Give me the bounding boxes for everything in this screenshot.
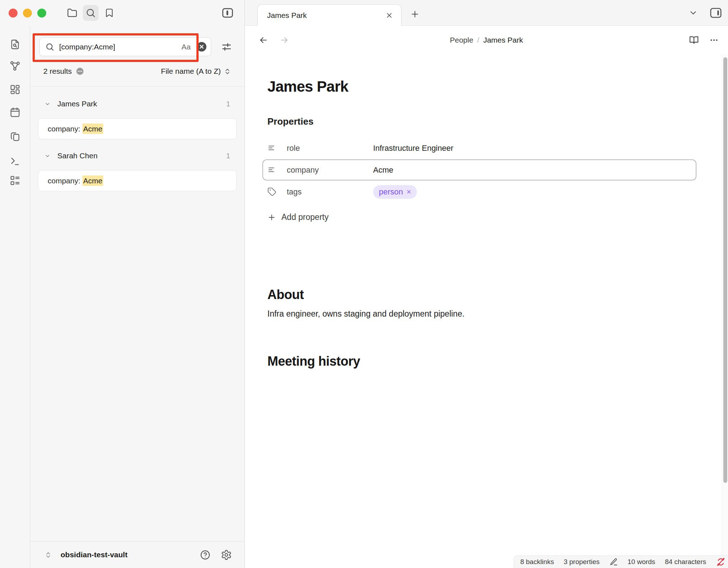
search-icon [45, 42, 54, 52]
ribbon-graph-view-button[interactable] [7, 59, 23, 73]
text-property-icon [267, 144, 276, 153]
ribbon-list-details-button[interactable] [7, 174, 23, 187]
breadcrumb-separator: / [477, 36, 479, 44]
toggle-left-sidebar-button[interactable] [220, 5, 235, 21]
result-file-name: James Park [57, 100, 97, 108]
ribbon-canvas-button[interactable] [7, 83, 23, 96]
status-backlinks[interactable]: 8 backlinks [520, 558, 554, 566]
add-property-button[interactable]: Add property [267, 212, 696, 222]
calendar-icon [9, 107, 21, 118]
breadcrumb: People / James Park [450, 26, 523, 54]
left-sidebar: [company:Acme] Aa 2 results [0, 0, 245, 568]
sort-order-dropdown[interactable]: File name (A to Z) [161, 67, 231, 76]
help-button[interactable] [198, 547, 213, 562]
plus-icon [410, 9, 420, 19]
layout-dashboard-icon [9, 84, 21, 95]
settings-button[interactable] [219, 547, 234, 562]
match-text: company: Acme [48, 177, 103, 185]
property-row-role[interactable]: role Infrastructure Engineer [267, 137, 696, 159]
section-heading-about[interactable]: About [267, 287, 696, 303]
tab-title: James Park [267, 11, 384, 20]
new-tab-button[interactable] [409, 8, 421, 20]
chevrons-up-down-icon [221, 68, 231, 75]
property-key[interactable]: company [287, 165, 319, 175]
search-settings-button[interactable] [220, 40, 233, 54]
breadcrumb-current[interactable]: James Park [483, 36, 523, 44]
property-row-company[interactable]: company Acme [262, 159, 696, 180]
property-key[interactable]: tags [287, 187, 302, 197]
add-property-label: Add property [281, 212, 329, 222]
search-match-item[interactable]: company: Acme [38, 118, 237, 139]
breadcrumb-parent[interactable]: People [450, 36, 473, 44]
more-options-button[interactable] [709, 35, 719, 45]
property-value[interactable]: Acme [373, 165, 393, 175]
file-search-icon [9, 39, 21, 50]
remove-tag-button[interactable]: × [406, 187, 411, 197]
ribbon-calendar-button[interactable] [7, 106, 23, 119]
ribbon-file-search-button[interactable] [7, 38, 23, 51]
note-title[interactable]: James Park [267, 78, 696, 95]
window-titlebar [0, 0, 244, 26]
reading-mode-button[interactable] [689, 35, 699, 45]
collapse-chevron-icon[interactable] [44, 153, 51, 159]
tag-pill-person[interactable]: person × [373, 185, 417, 199]
edit-mode-pencil-icon [609, 558, 618, 566]
close-window-button[interactable] [9, 9, 18, 18]
status-bar: 8 backlinks 3 properties 10 words 84 cha… [514, 555, 728, 568]
vault-switcher[interactable]: obsidian-test-vault [30, 541, 244, 568]
editor-scrollbar[interactable] [722, 54, 728, 568]
chevrons-up-down-icon [44, 551, 52, 559]
bookmark-icon [104, 8, 114, 18]
search-info-badge[interactable] [76, 67, 84, 76]
property-key[interactable]: role [287, 144, 300, 153]
result-group-james-park[interactable]: James Park 1 [30, 96, 244, 112]
result-match-count: 1 [226, 100, 230, 108]
clear-search-button[interactable] [196, 42, 207, 52]
about-paragraph[interactable]: Infra engineer, owns staging and deploym… [267, 308, 696, 319]
section-heading-meeting-history[interactable]: Meeting history [267, 353, 696, 369]
ribbon-terminal-button[interactable] [7, 155, 23, 168]
properties-heading: Properties [267, 116, 696, 127]
result-file-name: Sarah Chen [57, 151, 97, 160]
tag-label: person [379, 187, 403, 197]
close-tab-button[interactable] [384, 10, 395, 21]
sliders-icon [221, 41, 232, 53]
ribbon-templates-button[interactable] [7, 130, 23, 144]
search-query-text: [company:Acme] [59, 43, 181, 51]
terminal-icon [9, 156, 21, 167]
note-content: James Park Properties role Infrastructur… [267, 54, 696, 369]
match-text: company: Acme [48, 125, 103, 133]
results-count: 2 results [43, 67, 72, 76]
sync-disabled-icon[interactable] [716, 557, 726, 567]
property-value[interactable]: Infrastructure Engineer [373, 144, 453, 153]
ribbon [0, 26, 30, 568]
minimize-window-button[interactable] [23, 9, 32, 18]
properties-list: role Infrastructure Engineer company Acm… [267, 137, 696, 203]
status-properties[interactable]: 3 properties [563, 558, 599, 566]
obsidian-window: [company:Acme] Aa 2 results [0, 0, 728, 568]
editor-pane: James Park [245, 0, 728, 568]
tab-list-dropdown-button[interactable] [689, 8, 698, 18]
match-highlight: Acme [82, 124, 103, 134]
toggle-right-sidebar-button[interactable] [709, 6, 723, 20]
plus-icon [267, 213, 276, 222]
tab-bar: James Park [245, 0, 728, 26]
window-controls [9, 9, 46, 18]
search-view-button[interactable] [83, 5, 99, 21]
search-panel: [company:Acme] Aa 2 results [30, 26, 244, 568]
result-group-sarah-chen[interactable]: Sarah Chen 1 [30, 148, 244, 164]
zoom-window-button[interactable] [37, 9, 46, 18]
graph-icon [9, 60, 21, 72]
status-character-count: 84 characters [665, 558, 706, 566]
navigate-back-button[interactable] [258, 35, 268, 45]
match-case-toggle[interactable]: Aa [181, 43, 191, 51]
bookmarks-view-button[interactable] [101, 5, 117, 21]
property-row-tags[interactable]: tags person × [267, 180, 696, 203]
navigate-forward-button[interactable] [279, 35, 289, 45]
search-match-item[interactable]: company: Acme [38, 170, 237, 191]
scrollbar-thumb[interactable] [723, 57, 727, 483]
search-input[interactable]: [company:Acme] Aa [39, 37, 211, 56]
files-view-button[interactable] [65, 5, 80, 21]
tab-james-park[interactable]: James Park [257, 4, 401, 26]
collapse-chevron-icon[interactable] [44, 101, 51, 107]
